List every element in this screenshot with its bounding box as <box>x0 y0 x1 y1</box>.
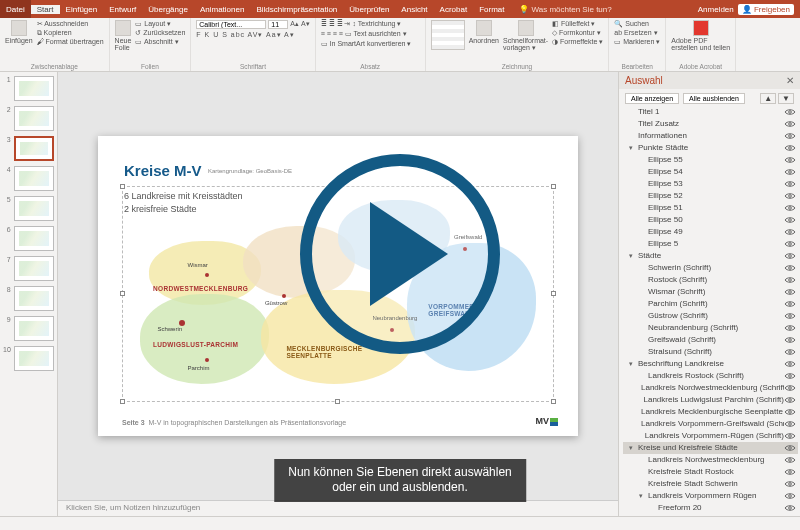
font-size-combo[interactable] <box>268 20 288 29</box>
visibility-eye-icon[interactable] <box>784 420 796 428</box>
visibility-eye-icon[interactable] <box>784 228 796 236</box>
visibility-eye-icon[interactable] <box>784 360 796 368</box>
selection-tree-item[interactable]: Ellipse 52 <box>623 190 798 202</box>
ribbon-tab-überprüfen[interactable]: Überprüfen <box>343 5 395 14</box>
selection-tree-item[interactable]: Ellipse 54 <box>623 166 798 178</box>
cut-button[interactable]: ✂ Ausschneiden <box>37 20 104 28</box>
selection-tree-item[interactable]: ▾Kreise und Kreisfreie Städte <box>623 442 798 454</box>
visibility-eye-icon[interactable] <box>784 468 796 476</box>
visibility-eye-icon[interactable] <box>784 192 796 200</box>
font-name-combo[interactable] <box>196 20 266 29</box>
selection-tree-item[interactable]: Greifswald (Schrift) <box>623 334 798 346</box>
slide-thumbnail[interactable]: 7 <box>3 256 54 281</box>
visibility-eye-icon[interactable] <box>784 252 796 260</box>
visibility-eye-icon[interactable] <box>784 132 796 140</box>
resize-handle[interactable] <box>551 291 556 296</box>
play-button-overlay[interactable] <box>300 154 500 354</box>
move-down-icon[interactable]: ▼ <box>778 93 794 104</box>
selection-tree-item[interactable]: ▾Städte <box>623 250 798 262</box>
visibility-eye-icon[interactable] <box>784 276 796 284</box>
copy-button[interactable]: ⧉ Kopieren <box>37 29 104 37</box>
selection-tree-item[interactable]: Landkreis Rostock (Schrift) <box>623 370 798 382</box>
file-menu[interactable]: Datei <box>0 0 31 18</box>
selection-tree-item[interactable]: Stralsund (Schrift) <box>623 346 798 358</box>
visibility-eye-icon[interactable] <box>784 108 796 116</box>
visibility-eye-icon[interactable] <box>784 264 796 272</box>
selection-tree-item[interactable]: Informationen <box>623 130 798 142</box>
resize-handle[interactable] <box>120 184 125 189</box>
tell-me-search[interactable]: 💡 Was möchten Sie tun? <box>519 5 612 14</box>
selection-tree-item[interactable]: Landkreis Nordwestmecklenburg <box>623 454 798 466</box>
share-button[interactable]: 👤 Freigeben <box>738 4 794 15</box>
ribbon-tab-übergänge[interactable]: Übergänge <box>142 5 194 14</box>
visibility-eye-icon[interactable] <box>784 480 796 488</box>
visibility-eye-icon[interactable] <box>784 180 796 188</box>
reset-button[interactable]: ↺ Zurücksetzen <box>135 29 185 37</box>
visibility-eye-icon[interactable] <box>784 336 796 344</box>
replace-button[interactable]: ab Ersetzen ▾ <box>614 29 660 37</box>
ribbon-tab-ansicht[interactable]: Ansicht <box>395 5 433 14</box>
select-button[interactable]: ▭ Markieren ▾ <box>614 38 660 46</box>
ribbon-tab-einfügen[interactable]: Einfügen <box>60 5 104 14</box>
visibility-eye-icon[interactable] <box>784 144 796 152</box>
slide-thumbnail[interactable]: 3 <box>3 136 54 161</box>
resize-handle[interactable] <box>120 399 125 404</box>
visibility-eye-icon[interactable] <box>784 432 796 440</box>
selection-tree-item[interactable]: Güstrow (Schrift) <box>623 310 798 322</box>
notes-pane[interactable]: Klicken Sie, um Notizen hinzuzufügen <box>58 500 618 516</box>
move-up-icon[interactable]: ▲ <box>760 93 776 104</box>
smartart-button[interactable]: ▭ In SmartArt konvertieren ▾ <box>321 40 412 48</box>
selection-tree-item[interactable]: Parchim (Schrift) <box>623 298 798 310</box>
visibility-eye-icon[interactable] <box>784 504 796 512</box>
slide-thumbnail[interactable]: 10 <box>3 346 54 371</box>
visibility-eye-icon[interactable] <box>784 408 796 416</box>
selection-tree-item[interactable]: Landkreis Ludwigslust Parchim (Schrift) <box>623 394 798 406</box>
shape-effects-button[interactable]: ◑ Formeffekte ▾ <box>552 38 603 46</box>
find-button[interactable]: 🔍 Suchen <box>614 20 660 28</box>
slide-thumbnail[interactable]: 4 <box>3 166 54 191</box>
selection-tree-item[interactable]: Freeform 20 <box>623 502 798 514</box>
shrink-font-button[interactable]: A▾ <box>301 20 310 29</box>
selection-tree-item[interactable]: Kreisfreie Stadt Rostock <box>623 466 798 478</box>
show-all-button[interactable]: Alle anzeigen <box>625 93 679 104</box>
visibility-eye-icon[interactable] <box>784 348 796 356</box>
selection-tree-item[interactable]: Ellipse 5 <box>623 238 798 250</box>
ribbon-tab-start[interactable]: Start <box>31 5 60 14</box>
align-buttons[interactable]: ≡ ≡ ≡ ≡ ▭ Text ausrichten ▾ <box>321 30 407 38</box>
new-slide-button[interactable]: Neue Folie <box>115 20 132 51</box>
shape-gallery[interactable] <box>431 20 465 50</box>
close-icon[interactable]: ✕ <box>786 75 794 86</box>
slide-thumbnail[interactable]: 2 <box>3 106 54 131</box>
visibility-eye-icon[interactable] <box>784 300 796 308</box>
selection-tree-item[interactable]: Ellipse 55 <box>623 154 798 166</box>
selection-tree-item[interactable]: Rostock (Schrift) <box>623 274 798 286</box>
visibility-eye-icon[interactable] <box>784 312 796 320</box>
visibility-eye-icon[interactable] <box>784 168 796 176</box>
section-button[interactable]: ▭ Abschnitt ▾ <box>135 38 185 46</box>
create-pdf-button[interactable]: Adobe PDF erstellen und teilen <box>671 20 730 51</box>
slide-thumbnail[interactable]: 6 <box>3 226 54 251</box>
quick-styles-button[interactable]: Schnellformat- vorlagen ▾ <box>503 20 548 52</box>
visibility-eye-icon[interactable] <box>784 384 796 392</box>
selection-tree-item[interactable]: Ellipse 50 <box>623 214 798 226</box>
selection-tree-item[interactable]: Landkreis Vorpommern-Greifswald (Schrift… <box>623 418 798 430</box>
selection-tree-item[interactable]: ▾Landkreis Vorpommern Rügen <box>623 490 798 502</box>
selection-tree-item[interactable]: Landkreis Vorpommern-Rügen (Schrift) <box>623 430 798 442</box>
selection-tree-item[interactable]: ▾Beschriftung Landkreise <box>623 358 798 370</box>
ribbon-tab-entwurf[interactable]: Entwurf <box>103 5 142 14</box>
slide-thumbnail[interactable]: 8 <box>3 286 54 311</box>
visibility-eye-icon[interactable] <box>784 288 796 296</box>
visibility-eye-icon[interactable] <box>784 396 796 404</box>
slide-thumbnail[interactable]: 9 <box>3 316 54 341</box>
resize-handle[interactable] <box>335 399 340 404</box>
font-style-buttons[interactable]: F K U S abc AV▾ Aa▾ A▾ <box>196 31 294 39</box>
expand-caret-icon[interactable]: ▾ <box>629 250 636 262</box>
shape-outline-button[interactable]: ◇ Formkontur ▾ <box>552 29 603 37</box>
visibility-eye-icon[interactable] <box>784 456 796 464</box>
selection-tree-item[interactable]: Ellipse 49 <box>623 226 798 238</box>
visibility-eye-icon[interactable] <box>784 324 796 332</box>
visibility-eye-icon[interactable] <box>784 156 796 164</box>
expand-caret-icon[interactable]: ▾ <box>629 142 636 154</box>
layout-button[interactable]: ▭ Layout ▾ <box>135 20 185 28</box>
expand-caret-icon[interactable]: ▾ <box>639 490 646 502</box>
